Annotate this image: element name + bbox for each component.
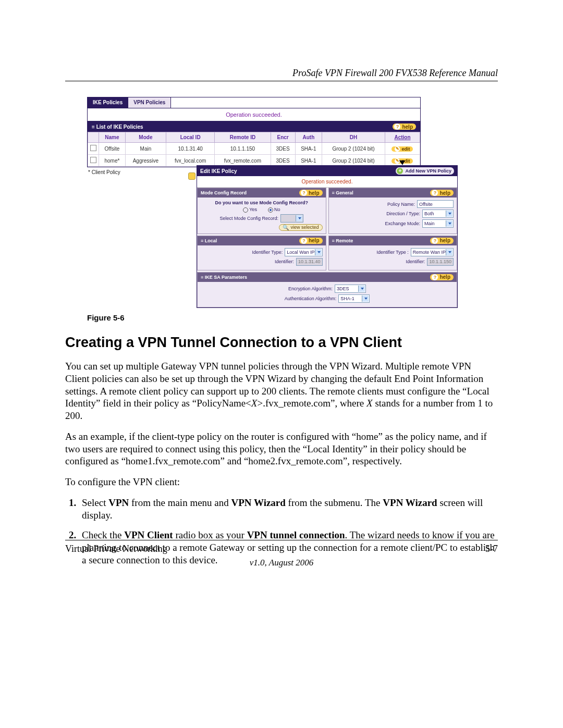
policy-name-field[interactable]: Offsite bbox=[417, 200, 454, 208]
view-selected-button[interactable]: 🔍view selected bbox=[279, 224, 322, 231]
help-badge[interactable]: ?help bbox=[393, 124, 416, 130]
remote-identifier-label: Identifier: bbox=[406, 259, 425, 264]
row-checkbox[interactable] bbox=[90, 157, 96, 163]
header-rule bbox=[65, 81, 498, 81]
table-row: Offsite Main 10.1.31.40 10.1.1.150 3DES … bbox=[88, 143, 420, 155]
mode-config-panel: Mode Config Record ?help Do you want to … bbox=[197, 188, 326, 234]
ike-sa-panel: ≡ IKE SA Parameters ?help Encryption Alg… bbox=[197, 272, 457, 307]
general-panel: ≡ General ?help Policy Name: Offsite Dir… bbox=[328, 188, 458, 234]
encryption-algorithm-select[interactable]: 3DES bbox=[335, 285, 366, 293]
direction-type-select[interactable]: Both bbox=[422, 209, 454, 218]
policy-name-label: Policy Name: bbox=[387, 202, 415, 207]
ike-list-title: ≡ List of IKE Policies bbox=[92, 124, 143, 130]
col-name: Name bbox=[99, 132, 126, 143]
section-heading: Creating a VPN Tunnel Connection to a VP… bbox=[65, 335, 498, 351]
tab-spacer bbox=[171, 97, 420, 108]
add-new-vpn-policy-button[interactable]: + Add New VPN Policy bbox=[396, 167, 454, 175]
select-mode-config-label: Select Mode Config Record: bbox=[219, 216, 278, 221]
auth-algorithm-select[interactable]: SHA-1 bbox=[338, 294, 370, 303]
direction-type-label: Direction / Type: bbox=[386, 211, 420, 216]
footer-chapter: Virtual Private Networking bbox=[65, 544, 167, 554]
help-badge[interactable]: ?help bbox=[430, 190, 454, 196]
edit-ike-titlebar: Edit IKE Policy + Add New VPN Policy bbox=[197, 166, 457, 176]
paragraph-3: To configure the VPN client: bbox=[65, 476, 498, 488]
paragraph-1: You can set up multiple Gateway VPN tunn… bbox=[65, 360, 498, 422]
auth-algorithm-label: Authentication Algorithm: bbox=[285, 296, 337, 301]
local-id-type-label: Identifier Type: bbox=[252, 250, 283, 255]
operation-message: Operation succeeded. bbox=[88, 108, 420, 121]
remote-identifier-field[interactable]: 10.1.1.150 bbox=[427, 258, 454, 266]
running-header: ProSafe VPN Firewall 200 FVX538 Referenc… bbox=[65, 68, 498, 79]
local-panel: ≡ Local ?help Identifier Type: Local Wan… bbox=[197, 236, 326, 270]
local-identifier-label: Identifier: bbox=[275, 259, 294, 264]
edit-icon: ✎ bbox=[395, 146, 400, 152]
local-id-type-select[interactable]: Local Wan IP bbox=[285, 248, 322, 256]
radio-yes-label: Yes bbox=[249, 207, 257, 212]
row-checkbox[interactable] bbox=[90, 145, 96, 151]
page-footer: Virtual Private Networking 5-7 v1.0, Aug… bbox=[65, 540, 498, 568]
edit-ike-panel: Edit IKE Policy + Add New VPN Policy Ope… bbox=[197, 165, 458, 308]
exchange-mode-select[interactable]: Main bbox=[422, 219, 454, 228]
plus-icon: + bbox=[397, 168, 403, 174]
radio-no-label: No bbox=[274, 207, 280, 212]
figure-caption: Figure 5-6 bbox=[87, 313, 498, 322]
ike-policies-table: Name Mode Local ID Remote ID Encr Auth D… bbox=[88, 132, 420, 167]
step-1: Select VPN from the main menu and VPN Wi… bbox=[79, 497, 498, 522]
mode-config-question: Do you want to use Mode Config Record? bbox=[201, 200, 323, 205]
policy-tabs: IKE Policies VPN Policies bbox=[88, 97, 420, 108]
radio-yes[interactable] bbox=[243, 207, 248, 213]
encryption-algorithm-label: Encryption Algorithm: bbox=[288, 286, 333, 291]
mode-config-select[interactable] bbox=[280, 214, 303, 223]
figure-screenshot: IKE Policies VPN Policies Operation succ… bbox=[87, 97, 498, 307]
edit-op-message: Operation succeeded. bbox=[197, 176, 457, 188]
col-mode: Mode bbox=[125, 132, 166, 143]
col-remote-id: Remote ID bbox=[215, 132, 271, 143]
local-identifier-field[interactable]: 10.1.31.40 bbox=[296, 258, 323, 266]
col-encr: Encr bbox=[271, 132, 295, 143]
footer-version: v1.0, August 2006 bbox=[65, 558, 498, 568]
col-dh: DH bbox=[322, 132, 385, 143]
help-badge[interactable]: ?help bbox=[430, 274, 454, 280]
search-icon: 🔍 bbox=[283, 225, 289, 230]
col-action: Action bbox=[385, 132, 420, 143]
remote-panel: ≡ Remote ?help Identifier Type : Remote … bbox=[328, 236, 458, 270]
help-badge[interactable]: ?help bbox=[299, 238, 323, 244]
col-local-id: Local ID bbox=[166, 132, 215, 143]
help-badge[interactable]: ?help bbox=[299, 190, 323, 196]
help-badge[interactable]: ?help bbox=[430, 238, 454, 244]
tab-vpn-policies[interactable]: VPN Policies bbox=[128, 97, 171, 108]
remote-id-type-label: Identifier Type : bbox=[376, 250, 408, 255]
ike-panel: IKE Policies VPN Policies Operation succ… bbox=[87, 97, 421, 167]
paragraph-2: As an example, if the client-type policy… bbox=[65, 430, 498, 467]
radio-no[interactable] bbox=[268, 207, 273, 213]
edit-button[interactable]: ✎edit bbox=[391, 146, 413, 152]
footer-page-number: 5-7 bbox=[485, 544, 498, 554]
exchange-mode-label: Exchange Mode: bbox=[385, 221, 420, 226]
col-auth: Auth bbox=[295, 132, 322, 143]
tab-ike-policies[interactable]: IKE Policies bbox=[88, 97, 128, 108]
select-all-icon[interactable] bbox=[188, 172, 195, 180]
ike-list-header: ≡ List of IKE Policies ?help bbox=[88, 121, 420, 132]
remote-id-type-select[interactable]: Remote Wan IP bbox=[411, 248, 454, 256]
